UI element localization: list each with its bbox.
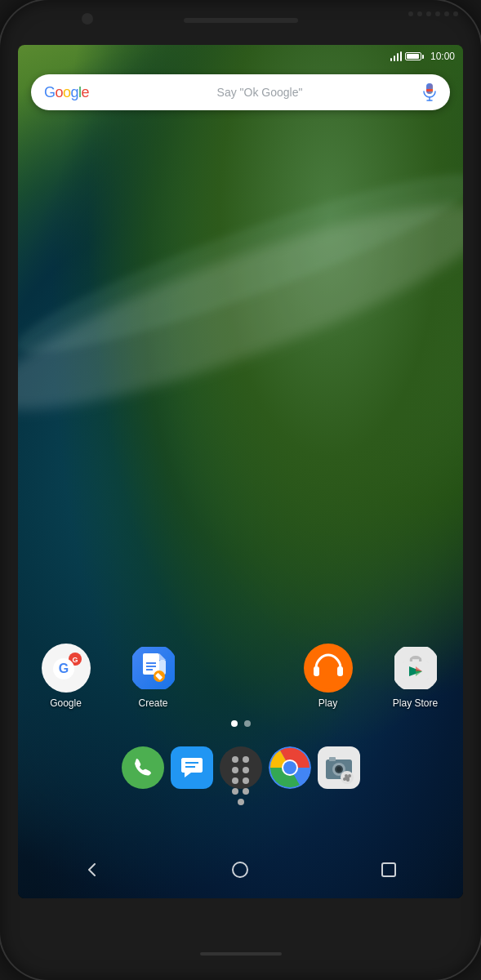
- battery-icon: [405, 52, 424, 60]
- app-grid: G G Google: [18, 644, 463, 792]
- launcher-icon: [220, 746, 262, 789]
- svg-rect-19: [337, 666, 343, 676]
- phone-icon: [122, 746, 164, 789]
- phone-device: 10:00 Google Say "Ok Google": [0, 0, 481, 980]
- google-search-bar[interactable]: Google Say "Ok Google": [31, 74, 450, 110]
- app-google[interactable]: G G Google: [34, 644, 97, 709]
- app-create[interactable]: Create: [122, 644, 185, 709]
- photos-icon: [318, 746, 360, 789]
- dock-chrome[interactable]: [265, 743, 314, 792]
- nav-bar: [18, 851, 463, 892]
- play-music-label: Play: [318, 697, 337, 709]
- svg-rect-18: [314, 666, 319, 676]
- create-app-label: Create: [138, 697, 167, 709]
- nav-recents-button[interactable]: [380, 861, 398, 882]
- page-dot-2: [244, 720, 251, 727]
- svg-text:G: G: [72, 656, 78, 664]
- svg-rect-47: [382, 863, 395, 876]
- svg-rect-29: [181, 758, 203, 773]
- phone-screen: 10:00 Google Say "Ok Google": [18, 45, 463, 898]
- play-store-icon: [391, 644, 440, 693]
- svg-marker-10: [159, 653, 166, 660]
- svg-point-38: [336, 767, 341, 772]
- page-dot-1: [231, 720, 238, 727]
- phone-camera: [82, 13, 93, 24]
- google-app-icon: G G: [42, 644, 91, 693]
- phone-speaker: [184, 18, 298, 23]
- app-play-store[interactable]: Play Store: [384, 644, 447, 709]
- signal-icon: [390, 51, 402, 61]
- search-hint: Say "Ok Google": [97, 86, 422, 99]
- google-logo: Google: [44, 84, 89, 101]
- play-music-icon: [304, 644, 353, 693]
- status-bar: 10:00: [18, 45, 463, 68]
- app-play-music[interactable]: Play: [296, 644, 359, 709]
- app-row-main: G G Google: [18, 644, 463, 709]
- messages-icon: [171, 746, 213, 789]
- svg-rect-39: [329, 757, 336, 761]
- svg-point-45: [345, 777, 350, 781]
- svg-point-46: [233, 862, 247, 877]
- dock-phone[interactable]: [118, 743, 167, 792]
- dock-launcher[interactable]: [216, 743, 265, 792]
- svg-rect-4: [426, 83, 433, 94]
- dock-messages[interactable]: [167, 743, 216, 792]
- chrome-icon: [269, 746, 311, 789]
- phone-bottom-bar: [200, 952, 282, 956]
- status-time: 10:00: [430, 51, 455, 62]
- svg-text:G: G: [58, 662, 68, 675]
- dock-photos[interactable]: [314, 743, 363, 792]
- play-store-label: Play Store: [393, 697, 438, 709]
- page-indicators: [231, 720, 251, 727]
- microphone-icon[interactable]: [422, 83, 437, 101]
- google-app-label: Google: [50, 697, 82, 709]
- nav-home-button[interactable]: [231, 861, 249, 882]
- phone-dots: [408, 11, 458, 16]
- nav-back-button[interactable]: [83, 861, 101, 882]
- svg-point-34: [283, 761, 296, 774]
- dock-row: [102, 735, 380, 792]
- create-app-icon: [129, 644, 178, 693]
